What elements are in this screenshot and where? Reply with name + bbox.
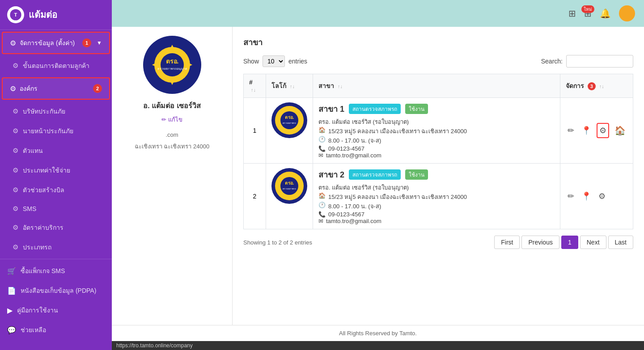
page-first-btn[interactable]: First [494, 236, 520, 249]
show-entries: Show 10 25 50 entries [243, 55, 307, 67]
divider [0, 259, 112, 259]
branch-table: # ↑↓ โลโก้ ↑↓ สาขา ↑↓ จัดการ 3 ↑↓ 1 [243, 74, 633, 229]
grid-small-icon[interactable]: ⊞ [568, 8, 576, 19]
num3-badge: 3 [588, 82, 596, 90]
gear-icon-small: ⚙ [13, 147, 18, 155]
item-label: นายหน้าประกันภัย [23, 126, 73, 136]
col-manage[interactable]: จัดการ 3 ↑↓ [560, 74, 633, 98]
section1-num-badge: 1 [82, 38, 91, 47]
table-panel: สาขา Show 10 25 50 entries Search: [233, 27, 644, 325]
branch2-address: 🏠 15/23 หมู่5 คลองนา เมืองฉะเชิงเทรา ฉะเ… [318, 192, 555, 202]
sidebar-section-manage[interactable]: ⚙ จัดการข้อมูล (ตั้งค่า) 1 ▼ [2, 32, 110, 54]
row1-num: 1 [244, 98, 266, 164]
row2-actions: ✏ 📍 ⚙ [560, 164, 633, 229]
page-next-btn[interactable]: Next [580, 236, 606, 249]
branch2-fullname: ตรอ. แต้มต่อ เซอร์วิส (รอใบอนุญาต) [318, 183, 555, 192]
item-label: SMS [23, 205, 36, 212]
branch-logo-2: ตรอ. ตรวจสภาพรถ [271, 168, 307, 204]
showing-text: Showing 1 to 2 of 2 entries [243, 239, 312, 246]
section2-label: องค์กร [20, 84, 89, 93]
bell-icon[interactable]: 🔔 [600, 8, 611, 19]
item-label: ประเภทรถ [23, 242, 51, 252]
branch1-name: สาขา 1 [318, 102, 344, 115]
main-area: ⊞ ⊞ ใหม่ 🔔 ตรอ [112, 0, 644, 350]
svg-text:ตรอ.: ตรอ. [165, 58, 178, 65]
home-detail-icon: 🏠 [318, 127, 326, 133]
gear-icon-small: ⚙ [13, 243, 18, 251]
branch1-phone: 📞 09-0123-4567 [318, 145, 555, 152]
edit-label: แก้ไข [168, 115, 182, 124]
sidebar-item-help[interactable]: 💬 ช่วยเหลือ [0, 320, 112, 340]
row1-actions: ✏ 📍 ⚙ 🏠 [560, 98, 633, 164]
gear-icon-small: ⚙ [13, 186, 18, 194]
profile-logo: ตรอ. ตรวจสภาพรถอนุญาต [143, 36, 201, 94]
entries-select[interactable]: 10 25 50 [263, 55, 285, 67]
sidebar-item-vehicle-type[interactable]: ⚙ ประเภทรถ [0, 237, 112, 257]
edit-profile-link[interactable]: ✏ แก้ไข [161, 115, 182, 124]
url-text: https://tro.tamto.online/company [116, 342, 193, 349]
sidebar-item-sms[interactable]: ⚙ SMS [0, 200, 112, 218]
item-label: ซื้อแพ็กเกจ SMS [21, 266, 65, 276]
settings-icon-2[interactable]: ⚙ [597, 190, 607, 203]
sidebar-item-agent[interactable]: ⚙ ตัวแทน [0, 141, 112, 160]
chevron-down-icon: ▼ [97, 40, 102, 46]
sidebar-logo[interactable]: T แต้มต่อ [0, 0, 112, 30]
email-icon: ✉ [318, 152, 323, 159]
location-icon-1[interactable]: 📍 [580, 124, 593, 137]
logo-icon: T [7, 6, 24, 23]
profile-email: .com [165, 131, 178, 138]
table-footer: Showing 1 to 2 of 2 entries First Previo… [243, 236, 633, 249]
branch1-status-badge: สถานตรวจสภาพรถ [349, 104, 401, 114]
search-box: Search: [541, 55, 633, 67]
page-last-btn[interactable]: Last [608, 236, 633, 249]
page-prev-btn[interactable]: Previous [521, 236, 559, 249]
sidebar-item-customer-steps[interactable]: ⚙ ขั้นตอนการติดตามลูกค้า [0, 56, 112, 76]
sidebar-item-sms-package[interactable]: 🛒 ซื้อแพ็กเกจ SMS [0, 261, 112, 281]
gear-icon-small: ⚙ [13, 223, 18, 232]
sidebar-item-manual[interactable]: ▶ คู่มือการใช้งาน [0, 300, 112, 320]
col-branch[interactable]: สาขา ↑↓ [313, 74, 560, 98]
svg-text:ตรอ.: ตรอ. [285, 181, 294, 186]
sidebar-item-pdpa[interactable]: 📄 หนังสือขอเก็บข้อมูล (PDPA) [0, 281, 112, 300]
doc-icon: 📄 [7, 287, 16, 295]
search-input[interactable] [566, 55, 633, 67]
entries-label: entries [288, 58, 307, 65]
chat-icon: 💬 [7, 326, 16, 334]
home-icon-1[interactable]: 🏠 [613, 123, 627, 138]
sidebar-item-bill-helper[interactable]: ⚙ ตัวช่วยสร้างบิล [0, 180, 112, 200]
settings-icon-1[interactable]: ⚙ [597, 123, 609, 138]
clock-icon2: 🕐 [318, 202, 326, 208]
sidebar: T แต้มต่อ ⚙ จัดการข้อมูล (ตั้งค่า) 1 ▼ ⚙… [0, 0, 112, 350]
table-row: 1 ตรอ. ตรวจสภาพรถ [244, 98, 633, 164]
table-title: สาขา [243, 36, 633, 49]
edit-icon-1[interactable]: ✏ [566, 124, 576, 137]
row1-logo: ตรอ. ตรวจสภาพรถ [266, 98, 313, 164]
top-bar: ⊞ ⊞ ใหม่ 🔔 [112, 0, 644, 27]
gear-icon-small: ⚙ [13, 107, 18, 115]
edit-icon-2[interactable]: ✏ [566, 190, 576, 203]
sidebar-item-insurance-company[interactable]: ⚙ บริษัทประกันภัย [0, 101, 112, 121]
col-logo[interactable]: โลโก้ ↑↓ [266, 74, 313, 98]
user-avatar[interactable] [619, 5, 635, 21]
svg-text:ตรอ.: ตรอ. [285, 115, 294, 120]
content-area: ตรอ. ตรวจสภาพรถอนุญาต อ. แต้มต่อ เซอร์วิ… [112, 27, 644, 325]
profile-address: ฉะเชิงเทรา ฉะเชิงเทรา 24000 [135, 142, 209, 151]
home-detail-icon2: 🏠 [318, 192, 326, 199]
branch2-name: สาขา 2 [318, 168, 344, 181]
page-1-btn[interactable]: 1 [561, 236, 578, 249]
sidebar-item-agent-broker[interactable]: ⚙ นายหน้าประกันภัย [0, 121, 112, 141]
location-icon-2[interactable]: 📍 [580, 190, 593, 203]
row1-branch-info: สาขา 1 สถานตรวจสภาพรถ ใช้งาน ตรอ. แต้มต่… [313, 98, 560, 164]
svg-text:ตรวจสภาพรถ: ตรวจสภาพรถ [283, 122, 296, 124]
grid-large-icon[interactable]: ⊞ ใหม่ [584, 8, 592, 19]
row2-num: 2 [244, 164, 266, 229]
sidebar-item-expense-type[interactable]: ⚙ ประเภทค่าใช้จ่าย [0, 160, 112, 180]
email-icon2: ✉ [318, 218, 323, 224]
col-num[interactable]: # ↑↓ [244, 74, 266, 98]
sidebar-section-org[interactable]: ⚙ องค์กร 2 [2, 77, 110, 100]
gear-icon-small: ⚙ [13, 62, 18, 70]
action-icons-1: ✏ 📍 ⚙ 🏠 [566, 123, 627, 138]
sidebar-item-service-rate[interactable]: ⚙ อัตราค่าบริการ [0, 218, 112, 237]
section2-num-badge: 2 [93, 84, 102, 93]
section1-label: จัดการข้อมูล (ตั้งค่า) [20, 38, 79, 48]
